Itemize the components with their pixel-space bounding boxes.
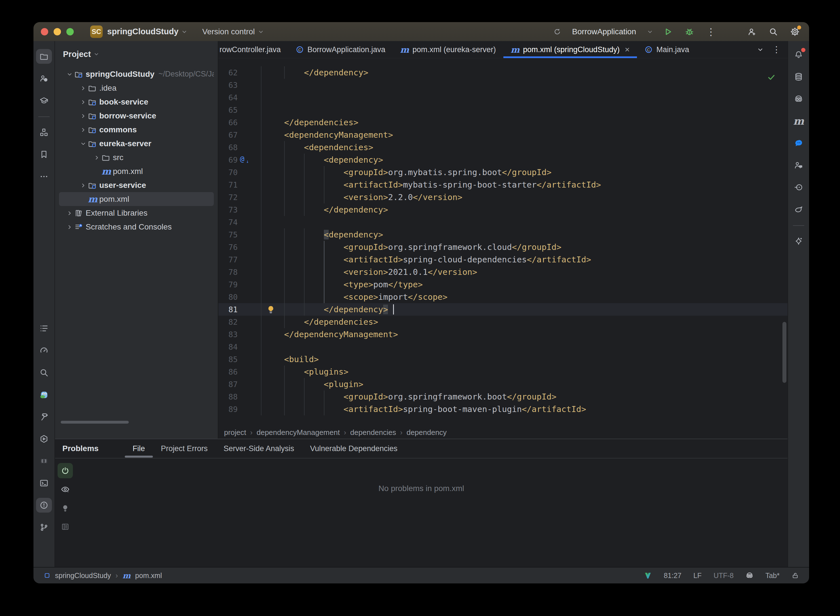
code-line-71[interactable]: 71 <artifactId>mybatis-spring-boot-start… xyxy=(218,179,787,191)
quickfix-bulb-icon[interactable] xyxy=(57,500,73,516)
code-with-me-icon[interactable] xyxy=(791,158,806,173)
code-line-75[interactable]: 75 <dependency> xyxy=(218,228,787,241)
run-configuration-selector[interactable]: BorrowApplication xyxy=(572,27,636,36)
code-line-67[interactable]: 67 <dependencyManagement> xyxy=(218,129,787,141)
tree-item--idea[interactable]: .idea xyxy=(59,81,214,95)
maven-dependency-gutter-icon[interactable]: @↓ xyxy=(240,155,244,163)
services-icon[interactable] xyxy=(36,431,52,446)
debug-button[interactable] xyxy=(683,25,696,38)
code-line-84[interactable]: 84 xyxy=(218,340,787,353)
tree-item-pom-xml[interactable]: mpom.xml xyxy=(59,164,214,178)
code-line-73[interactable]: 73 </dependency> xyxy=(218,204,787,216)
more-actions-button[interactable]: ⋮ xyxy=(704,25,718,38)
maven-icon[interactable]: m xyxy=(791,114,806,128)
caret-position-widget[interactable]: 81:27 xyxy=(663,572,681,580)
code-line-64[interactable]: 64 xyxy=(218,91,787,104)
indent-widget[interactable]: Tab* xyxy=(765,572,780,580)
git-icon[interactable] xyxy=(36,520,52,535)
project-horizontal-scrollbar[interactable] xyxy=(61,421,129,424)
chevron-closed-icon[interactable] xyxy=(80,182,88,188)
code-line-74[interactable]: 74 xyxy=(218,216,787,228)
todo-icon[interactable] xyxy=(36,321,52,336)
code-line-85[interactable]: 85 <build> xyxy=(218,353,787,365)
tab-list-chevron-icon[interactable] xyxy=(757,46,764,53)
chevron-open-icon[interactable] xyxy=(80,141,88,147)
chevron-closed-icon[interactable] xyxy=(66,224,74,230)
editor-tab-4[interactable]: CMain.java xyxy=(637,41,696,58)
breadcrumb-item-dependencies[interactable]: dependencies xyxy=(350,428,396,437)
code-line-62[interactable]: 62 </dependency> xyxy=(218,66,787,79)
code-line-63[interactable]: 63 xyxy=(218,79,787,91)
tree-item-user-service[interactable]: user-service xyxy=(59,178,214,192)
tree-item-commons[interactable]: commons xyxy=(59,123,214,136)
panel-layout-icon[interactable] xyxy=(57,519,73,534)
structure-icon[interactable] xyxy=(36,125,52,140)
tree-item-springcloudstudy[interactable]: springCloudStudy~/Desktop/CS/Java xyxy=(59,67,214,81)
code-line-72[interactable]: 72 <version>2.2.0</version> xyxy=(218,191,787,204)
problems-tab-server-side-analysis[interactable]: Server-Side Analysis xyxy=(224,444,294,453)
project-folder-icon[interactable] xyxy=(36,49,52,64)
code-line-88[interactable]: 88 <groupId>org.springframework.boot</gr… xyxy=(218,390,787,403)
tree-item-pom-xml[interactable]: mpom.xml xyxy=(59,192,214,206)
tree-item-book-service[interactable]: book-service xyxy=(59,95,214,109)
problems-tab-vulnerable-dependencies[interactable]: Vulnerable Dependencies xyxy=(310,444,397,453)
terminal-icon[interactable] xyxy=(36,476,52,490)
code-line-89[interactable]: 89 <artifactId>spring-boot-maven-plugin<… xyxy=(218,403,787,415)
profiler-icon[interactable] xyxy=(36,343,52,358)
settings-button[interactable] xyxy=(788,25,802,38)
chevron-closed-icon[interactable] xyxy=(80,127,88,133)
ai-chat-icon[interactable] xyxy=(791,136,806,151)
problems-tab-project-errors[interactable]: Project Errors xyxy=(161,444,207,453)
build-icon[interactable] xyxy=(36,409,52,424)
close-icon[interactable]: × xyxy=(625,45,630,54)
copilot-icon[interactable] xyxy=(791,91,806,106)
code-line-77[interactable]: 77 <artifactId>spring-cloud-dependencies… xyxy=(218,253,787,266)
copilot-status-icon[interactable] xyxy=(746,572,753,579)
database-icon[interactable] xyxy=(791,69,806,84)
editor-vertical-scrollbar[interactable] xyxy=(783,322,786,383)
unlock-icon[interactable] xyxy=(791,572,799,579)
code-line-70[interactable]: 70 <groupId>org.mybatis.spring.boot</gro… xyxy=(218,166,787,179)
code-line-79[interactable]: 79 <type>pom</type> xyxy=(218,278,787,291)
project-panel-header[interactable]: Project xyxy=(55,41,218,67)
bookmarks-icon[interactable] xyxy=(36,147,52,162)
code-editor[interactable]: 62 </dependency>63646566 </dependencies>… xyxy=(218,59,787,427)
minimize-window-button[interactable] xyxy=(54,28,61,35)
code-line-68[interactable]: 68 <dependencies> xyxy=(218,141,787,154)
breadcrumb-item-dependency[interactable]: dependency xyxy=(406,428,447,437)
notifications-icon[interactable] xyxy=(791,47,806,62)
tree-item-external-libraries[interactable]: External Libraries xyxy=(59,206,214,220)
code-line-81[interactable]: 81 </dependency> xyxy=(218,303,787,316)
tab-options-kebab-icon[interactable]: ⋮ xyxy=(772,45,781,54)
tree-item-borrow-service[interactable]: borrow-service xyxy=(59,109,214,123)
ai-assistant-icon[interactable] xyxy=(791,234,806,248)
editor-tab-0[interactable]: rowController.java xyxy=(218,41,288,58)
tree-item-scratches-and-consoles[interactable]: Scratches and Consoles xyxy=(59,220,214,234)
tree-item-eureka-server[interactable]: eureka-server xyxy=(59,136,214,151)
more-tool-windows-icon[interactable] xyxy=(36,169,52,184)
encoding-widget[interactable]: UTF-8 xyxy=(713,572,734,580)
problems-tab-file[interactable]: File xyxy=(133,444,145,453)
maximize-window-button[interactable] xyxy=(66,28,74,35)
chevron-closed-icon[interactable] xyxy=(80,113,88,119)
vcs-menu[interactable]: Version control xyxy=(202,27,255,36)
code-line-82[interactable]: 82 </dependencies> xyxy=(218,316,787,328)
chevron-closed-icon[interactable] xyxy=(80,99,88,105)
code-line-69[interactable]: 69@↓ <dependency> xyxy=(218,154,787,166)
vim-plugin-icon[interactable] xyxy=(644,572,652,579)
code-line-66[interactable]: 66 </dependencies> xyxy=(218,116,787,129)
chevron-open-icon[interactable] xyxy=(66,71,74,77)
chevron-closed-icon[interactable] xyxy=(80,85,88,91)
code-line-83[interactable]: 83 </dependencyManagement> xyxy=(218,328,787,340)
project-widget-icon[interactable] xyxy=(44,572,50,579)
inspections-power-icon[interactable] xyxy=(57,463,73,478)
line-separator-widget[interactable]: LF xyxy=(693,572,702,580)
status-project-name[interactable]: springCloudStudy xyxy=(55,572,111,580)
editor-tab-1[interactable]: CBorrowApplication.java xyxy=(288,41,393,58)
problems-icon[interactable] xyxy=(36,498,52,513)
find-icon[interactable] xyxy=(36,365,52,380)
run-button[interactable] xyxy=(661,25,675,38)
brackets-icon[interactable] xyxy=(36,454,52,468)
add-user-button[interactable] xyxy=(745,25,759,38)
code-line-86[interactable]: 86 <plugins> xyxy=(218,365,787,378)
